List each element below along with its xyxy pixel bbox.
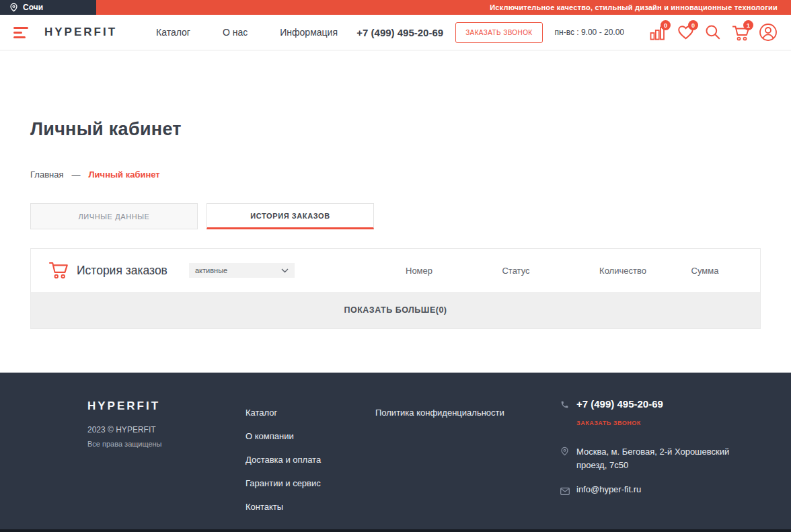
main-nav: Каталог О нас Информация	[156, 27, 338, 38]
callback-button[interactable]: ЗАКАЗАТЬ ЗВОНОК	[455, 22, 542, 43]
nav-item-info[interactable]: Информация	[280, 27, 338, 38]
logo[interactable]: HYPERFIT	[44, 26, 117, 39]
footer-link-delivery[interactable]: Доставка и оплата	[246, 455, 321, 465]
footer-address: Москва, м. Беговая, 2-й Хорошевский прое…	[576, 445, 735, 472]
hamburger-icon-line	[13, 36, 26, 38]
promo-banner: Исключительное качество, стильный дизайн…	[96, 0, 791, 15]
footer-copyright: 2023 © HYPERFIT	[87, 425, 156, 434]
top-utility-bar: Сочи Исключительное качество, стильный д…	[0, 0, 791, 15]
compare-badge: 0	[661, 20, 671, 30]
location-pin-icon	[9, 3, 18, 12]
cart-badge: 1	[743, 20, 753, 30]
account-tabs: ЛИЧНЫЕ ДАННЫЕ ИСТОРИЯ ЗАКАЗОВ	[30, 203, 761, 229]
user-icon	[759, 23, 778, 42]
favorites-badge: 0	[688, 20, 698, 30]
site-header: HYPERFIT Каталог О нас Информация +7 (49…	[0, 15, 791, 50]
main-content: Личный кабинет Главная — Личный кабинет …	[30, 119, 761, 329]
hamburger-icon-line	[13, 32, 22, 34]
footer-link-contacts[interactable]: Контакты	[246, 502, 321, 512]
compare-button[interactable]: 0	[648, 23, 667, 42]
footer-privacy-policy-link[interactable]: Политика конфиденциальности	[375, 408, 504, 418]
bottom-strip	[0, 529, 791, 532]
search-button[interactable]	[704, 23, 722, 42]
column-header-status: Статус	[502, 266, 529, 276]
footer-phone-row: +7 (499) 495-20-69	[560, 398, 735, 412]
search-icon	[704, 24, 722, 41]
footer-logo[interactable]: HYPERFIT	[87, 400, 160, 413]
column-header-number: Номер	[406, 266, 432, 276]
working-hours: пн-вс : 9.00 - 20.00	[555, 28, 624, 37]
header-icons: 0 0 1	[648, 23, 778, 42]
favorites-button[interactable]: 0	[676, 23, 695, 42]
tab-personal-data[interactable]: ЛИЧНЫЕ ДАННЫЕ	[30, 203, 198, 229]
orders-filter-value: активные	[195, 266, 227, 274]
header-right: +7 (499) 495-20-69 ЗАКАЗАТЬ ЗВОНОК пн-вс…	[356, 22, 778, 43]
footer-link-company[interactable]: О компании	[246, 431, 321, 441]
footer-email[interactable]: info@hyper-fit.ru	[576, 484, 641, 494]
footer-email-row: info@hyper-fit.ru	[560, 484, 735, 498]
header-phone[interactable]: +7 (499) 495-20-69	[356, 27, 443, 38]
phone-icon	[560, 398, 570, 412]
nav-item-catalog[interactable]: Каталог	[156, 27, 190, 38]
page-title: Личный кабинет	[30, 119, 761, 140]
city-label: Сочи	[23, 3, 43, 12]
order-history-header: История заказов активные Номер Статус Ко…	[31, 249, 760, 292]
chevron-down-icon	[281, 268, 289, 273]
site-footer: HYPERFIT 2023 © HYPERFIT Все права защищ…	[0, 373, 791, 529]
show-more-button[interactable]: ПОКАЗАТЬ БОЛЬШЕ(0)	[31, 292, 760, 328]
cart-icon	[48, 260, 69, 280]
column-header-quantity: Количество	[599, 266, 646, 276]
location-pin-icon	[560, 445, 570, 459]
footer-contacts: +7 (499) 495-20-69 ЗАКАЗАТЬ ЗВОНОК Москв…	[560, 398, 735, 498]
hamburger-icon	[13, 27, 28, 29]
footer-links: Каталог О компании Доставка и оплата Гар…	[246, 408, 321, 512]
menu-button[interactable]	[13, 27, 28, 38]
footer-link-warranty[interactable]: Гарантии и сервис	[246, 478, 321, 488]
orders-filter-select[interactable]: активные	[189, 263, 295, 278]
orders-title: История заказов	[77, 264, 167, 278]
promo-text: Исключительное качество, стильный дизайн…	[490, 3, 778, 11]
city-selector[interactable]: Сочи	[0, 0, 96, 15]
breadcrumb-home-link[interactable]: Главная	[30, 169, 63, 180]
order-history-panel: История заказов активные Номер Статус Ко…	[30, 248, 761, 329]
tab-order-history[interactable]: ИСТОРИЯ ЗАКАЗОВ	[206, 203, 374, 229]
footer-rights: Все права защищены	[87, 440, 161, 448]
breadcrumb: Главная — Личный кабинет	[30, 169, 761, 180]
email-icon	[560, 484, 570, 498]
breadcrumb-separator: —	[71, 169, 80, 180]
footer-address-row: Москва, м. Беговая, 2-й Хорошевский прое…	[560, 445, 735, 472]
footer-callback-link[interactable]: ЗАКАЗАТЬ ЗВОНОК	[576, 420, 641, 426]
breadcrumb-current: Личный кабинет	[88, 169, 159, 180]
nav-item-about[interactable]: О нас	[223, 27, 248, 38]
account-button[interactable]	[759, 23, 778, 42]
cart-button[interactable]: 1	[731, 23, 750, 42]
footer-link-catalog[interactable]: Каталог	[246, 408, 321, 418]
footer-phone[interactable]: +7 (499) 495-20-69	[576, 398, 663, 410]
column-header-sum: Сумма	[691, 266, 719, 276]
